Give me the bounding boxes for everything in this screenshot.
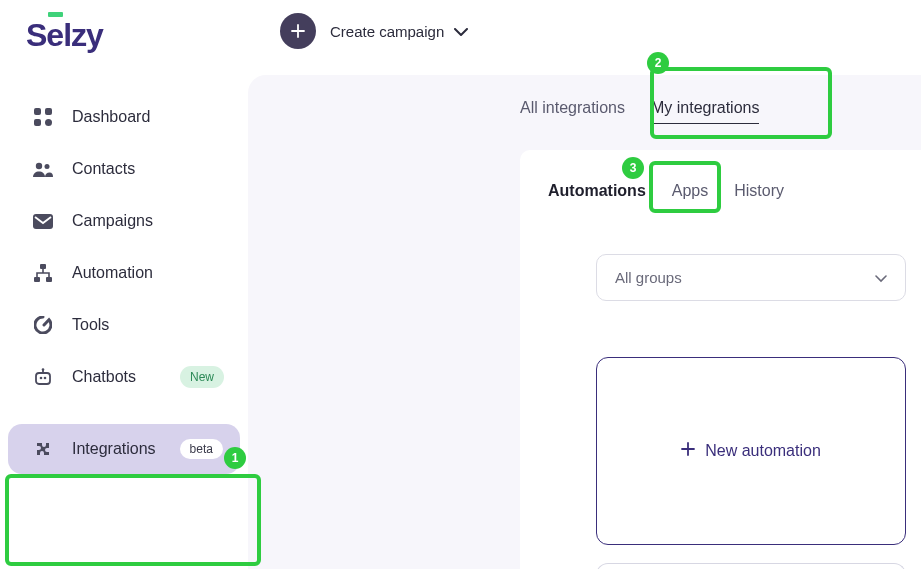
- new-automation-card[interactable]: New automation: [596, 357, 906, 545]
- new-automation-label: New automation: [705, 442, 821, 460]
- svg-point-11: [40, 377, 43, 380]
- sidebar: Dashboard Contacts Campaigns Automation …: [0, 90, 248, 476]
- integrations-icon: [32, 438, 54, 460]
- sidebar-item-integrations[interactable]: Integrations beta: [8, 424, 240, 474]
- svg-rect-8: [34, 277, 40, 282]
- sidebar-item-chatbots[interactable]: Chatbots New: [8, 352, 240, 402]
- sidebar-item-label: Automation: [72, 264, 153, 282]
- svg-point-5: [45, 164, 50, 169]
- tab-my-integrations[interactable]: My integrations: [651, 93, 760, 124]
- callout-box-1: [5, 474, 261, 566]
- svg-rect-6: [33, 214, 53, 229]
- sidebar-item-dashboard[interactable]: Dashboard: [8, 92, 240, 142]
- sidebar-item-label: Dashboard: [72, 108, 150, 126]
- subtab-automations[interactable]: Automations: [546, 176, 648, 206]
- subtab-apps[interactable]: Apps: [670, 176, 710, 206]
- sidebar-item-campaigns[interactable]: Campaigns: [8, 196, 240, 246]
- create-campaign-plus-button[interactable]: [280, 13, 316, 49]
- dropdown-selected: All groups: [615, 269, 682, 286]
- automation-card-placeholder: [596, 563, 906, 569]
- subtab-history[interactable]: History: [732, 176, 786, 206]
- chevron-down-icon: [875, 269, 887, 286]
- campaigns-icon: [32, 210, 54, 232]
- plus-icon: [291, 24, 305, 38]
- svg-rect-7: [40, 264, 46, 269]
- sidebar-item-automation[interactable]: Automation: [8, 248, 240, 298]
- tab-all-integrations[interactable]: All integrations: [520, 93, 625, 124]
- beta-badge: beta: [180, 439, 223, 459]
- svg-rect-1: [45, 108, 52, 115]
- sidebar-item-label: Chatbots: [72, 368, 136, 386]
- main-content: All integrations My integrations Automat…: [248, 75, 921, 569]
- sidebar-item-label: Campaigns: [72, 212, 153, 230]
- svg-rect-2: [34, 119, 41, 126]
- create-campaign-label: Create campaign: [330, 23, 444, 40]
- chatbots-icon: [32, 366, 54, 388]
- svg-point-4: [36, 163, 42, 169]
- svg-rect-10: [36, 373, 50, 384]
- tools-icon: [32, 314, 54, 336]
- brand-logo[interactable]: Selzy: [26, 17, 103, 54]
- contacts-icon: [32, 158, 54, 180]
- svg-rect-9: [46, 277, 52, 282]
- plus-icon: [681, 442, 695, 460]
- integrations-panel: Automations Apps History All groups New …: [520, 150, 921, 569]
- sidebar-item-label: Tools: [72, 316, 109, 334]
- svg-point-13: [42, 368, 45, 371]
- sidebar-item-contacts[interactable]: Contacts: [8, 144, 240, 194]
- sidebar-item-tools[interactable]: Tools: [8, 300, 240, 350]
- new-badge: New: [180, 366, 224, 388]
- svg-rect-3: [45, 119, 52, 126]
- sidebar-item-label: Contacts: [72, 160, 135, 178]
- create-campaign-dropdown[interactable]: Create campaign: [330, 23, 468, 40]
- dashboard-icon: [32, 106, 54, 128]
- svg-rect-0: [34, 108, 41, 115]
- svg-point-12: [44, 377, 47, 380]
- sidebar-item-label: Integrations: [72, 440, 156, 458]
- chevron-down-icon: [454, 23, 468, 40]
- groups-dropdown[interactable]: All groups: [596, 254, 906, 301]
- automation-icon: [32, 262, 54, 284]
